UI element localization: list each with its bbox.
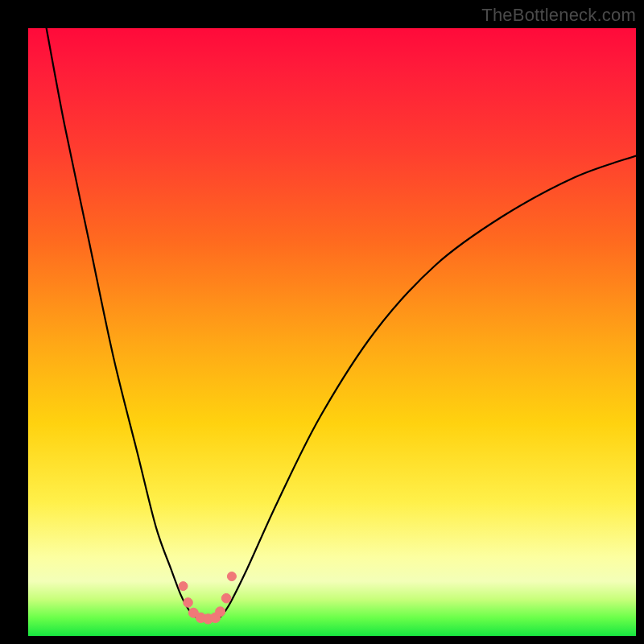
valley-dot [227,572,236,581]
valley-dot [179,582,188,591]
valley-dot [216,607,225,617]
chart-svg [28,28,636,636]
valley-dots-group [179,572,236,625]
plot-area [28,28,636,636]
bottleneck-curve [47,28,636,620]
watermark-text: TheBottleneck.com [481,5,636,26]
curve-group [47,28,636,620]
valley-dot [184,598,193,608]
valley-dot [221,593,231,603]
chart-frame: TheBottleneck.com [0,0,644,644]
